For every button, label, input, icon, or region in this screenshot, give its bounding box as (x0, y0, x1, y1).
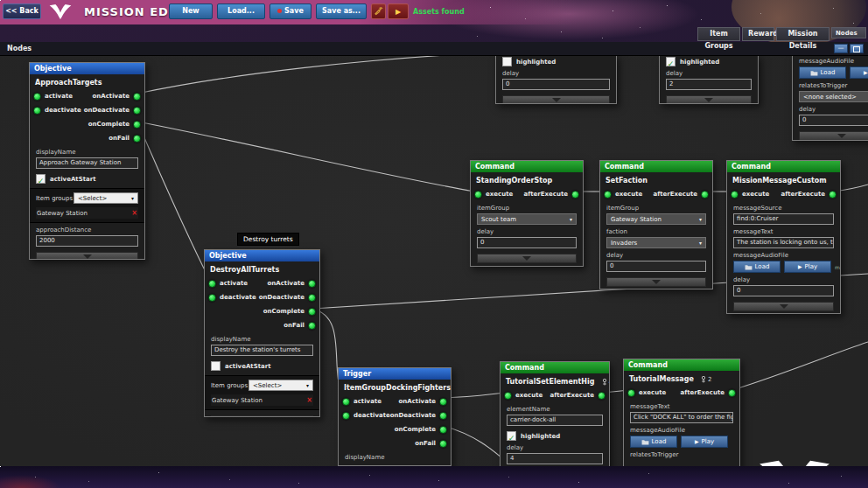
load-audio-button[interactable]: Load (630, 436, 677, 448)
port-deactivate[interactable]: deactivate (342, 412, 390, 420)
node-partial-highlight-b[interactable]: ✓ highlighted delay 2 (659, 55, 759, 104)
port-dot[interactable] (208, 294, 216, 302)
port-dot[interactable] (308, 322, 316, 330)
port-deactivate[interactable]: deactivate (33, 107, 81, 115)
play-audio-button[interactable]: ▶ Play (784, 261, 831, 273)
node-command-standing-order-stop[interactable]: Command StandingOrderStop execute afterE… (470, 160, 584, 267)
expand-handle[interactable] (211, 415, 313, 417)
tab-rewards[interactable]: Rewards (742, 27, 774, 41)
port-dot[interactable] (33, 93, 41, 101)
element-name-input[interactable]: carrier-dock-all (507, 415, 603, 426)
checkbox-checked[interactable]: ✓ (507, 431, 516, 441)
port-dot[interactable] (598, 392, 606, 400)
new-button[interactable]: New (169, 3, 213, 19)
load-button[interactable]: Load... (217, 3, 265, 19)
port-dot[interactable] (308, 308, 316, 316)
port-after-execute[interactable]: afterExecute (780, 191, 836, 199)
message-text-input[interactable]: The station is locking onto us, they've … (733, 237, 834, 248)
back-button[interactable]: << Back (3, 3, 41, 19)
port-dot[interactable] (701, 191, 709, 199)
node-objective-approach-targets[interactable]: Objective ApproachTargets activate onAct… (29, 62, 145, 260)
port-dot[interactable] (133, 135, 141, 143)
port-dot[interactable] (571, 191, 579, 199)
port-on-complete[interactable]: onComplete (395, 426, 447, 434)
node-command-set-faction[interactable]: Command SetFaction execute afterExecute … (599, 160, 713, 289)
node-objective-destroy-all-turrets[interactable]: Objective DestroyAllTurrets activate onA… (204, 249, 320, 417)
port-execute[interactable]: execute (474, 191, 513, 199)
port-deactivate[interactable]: deactivate (208, 294, 256, 302)
checkbox-checked[interactable]: ✓ (36, 174, 46, 184)
tab-mission-details[interactable]: Mission Details (776, 27, 830, 41)
checkbox-checked[interactable]: ✓ (666, 57, 676, 66)
port-execute[interactable]: execute (504, 392, 542, 400)
port-on-fail[interactable]: onFail (108, 135, 141, 143)
expand-handle[interactable] (36, 252, 138, 260)
port-on-complete[interactable]: onComplete (88, 121, 141, 129)
port-after-execute[interactable]: afterExecute (653, 191, 709, 199)
port-activate[interactable]: activate (208, 280, 248, 288)
port-dot[interactable] (342, 412, 350, 420)
delay-input[interactable]: 0 (733, 285, 834, 296)
delay-input[interactable]: 2 (666, 79, 752, 90)
item-group-select[interactable]: Gateway Station▾ (606, 213, 706, 225)
relates-to-trigger-select[interactable]: <none selected>▾ (799, 91, 868, 102)
delay-input[interactable]: 0 (799, 115, 868, 126)
port-execute[interactable]: execute (731, 191, 769, 199)
port-on-deactivate[interactable]: onDeactivate (84, 107, 141, 115)
port-dot[interactable] (439, 398, 447, 406)
port-dot[interactable] (731, 191, 738, 199)
port-dot[interactable] (829, 191, 836, 199)
port-dot[interactable] (504, 392, 512, 400)
expand-handle[interactable] (666, 95, 752, 104)
port-on-fail[interactable]: onFail (284, 322, 316, 330)
load-audio-button[interactable]: Load (799, 66, 846, 79)
port-on-fail[interactable]: onFail (415, 440, 447, 448)
approach-distance-input[interactable]: 2000 (36, 235, 138, 247)
port-dot[interactable] (133, 121, 141, 129)
port-after-execute[interactable]: afterExecute (680, 389, 736, 397)
tab-item-groups[interactable]: Item Groups (697, 27, 740, 41)
delay-input[interactable]: 4 (507, 453, 603, 464)
port-on-activate[interactable]: onActivate (268, 280, 317, 288)
expand-handle[interactable] (502, 95, 610, 104)
minimize-button[interactable]: — (834, 44, 848, 53)
checkbox-unchecked[interactable] (211, 361, 220, 371)
item-groups-select[interactable]: <Select>▾ (74, 192, 138, 204)
port-dot[interactable] (439, 440, 447, 448)
display-name-input[interactable]: Destroy the station's turrets (211, 345, 313, 356)
port-dot[interactable] (342, 398, 350, 406)
load-audio-button[interactable]: Load (733, 261, 780, 273)
port-dot[interactable] (627, 389, 635, 397)
save-as-button[interactable]: Save as... (316, 3, 367, 19)
port-dot[interactable] (604, 191, 612, 199)
expand-handle[interactable] (799, 131, 868, 141)
port-dot[interactable] (474, 191, 482, 199)
port-activate[interactable]: activate (342, 398, 382, 406)
port-dot[interactable] (308, 280, 316, 288)
item-groups-select[interactable]: <Select>▾ (248, 380, 313, 391)
port-on-complete[interactable]: onComplete (263, 308, 316, 316)
port-on-deactivate[interactable]: onDeactivate (259, 294, 316, 302)
port-on-activate[interactable]: onActivate (93, 93, 142, 101)
delay-input[interactable]: 0 (502, 79, 610, 90)
port-on-deactivate[interactable]: onDeactivate (390, 412, 447, 420)
play-audio-button[interactable]: ▶ Play (850, 66, 868, 79)
port-dot[interactable] (308, 294, 316, 302)
expand-handle[interactable] (606, 277, 706, 287)
settings-button[interactable] (371, 3, 386, 19)
delay-input[interactable]: 0 (477, 237, 577, 248)
node-trigger-item-group-docking-fighters[interactable]: Trigger ItemGroupDockingFighters activat… (338, 367, 452, 466)
port-dot[interactable] (133, 107, 141, 115)
expand-handle[interactable] (733, 302, 834, 311)
port-execute[interactable]: execute (604, 191, 642, 199)
checkbox-unchecked[interactable] (502, 57, 512, 66)
port-dot[interactable] (33, 107, 41, 115)
maximize-button[interactable] (850, 44, 864, 53)
display-name-input[interactable]: Approach Gateway Station (36, 157, 138, 169)
node-command-tutorial-set-element-highlight[interactable]: Command TutorialSetElementHig 4 execute … (500, 361, 610, 466)
message-text-input[interactable]: Click "DOCK ALL" to order the fighters t (630, 412, 733, 423)
port-dot[interactable] (439, 412, 447, 420)
port-after-execute[interactable]: afterExecute (550, 392, 606, 400)
node-command-mission-message-custom[interactable]: Command MissionMessageCustom execute aft… (726, 160, 841, 314)
remove-icon[interactable]: × (306, 396, 312, 404)
